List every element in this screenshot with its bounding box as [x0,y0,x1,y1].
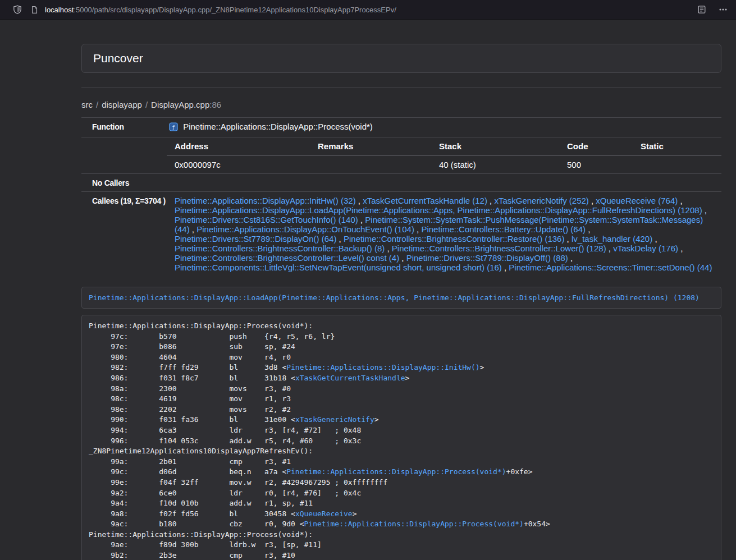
code-symbol-link[interactable]: xTaskGetCurrentTaskHandle [295,374,405,382]
callee-separator: , [606,244,614,253]
callee-link[interactable]: Pinetime::Controllers::BrightnessControl… [175,244,385,253]
code-symbol-link[interactable]: Pinetime::Applications::DisplayApp::Proc… [304,520,524,528]
callee-separator: , [589,196,596,205]
callee-link[interactable]: Pinetime::Components::LittleVgl::SetNewT… [175,263,502,272]
col-header-stack: Stack [431,137,559,155]
ellipsis-menu-icon[interactable] [718,4,728,15]
table-row: 0x0000097c 40 (static) 500 [167,155,721,173]
callee-link[interactable]: xTaskGetCurrentTaskHandle (12) [363,196,487,205]
callee-link[interactable]: xQueueReceive (764) [596,196,678,205]
callee-link[interactable]: lv_task_handler (420) [572,234,652,244]
callee-separator: , [702,205,707,215]
callee-separator: , [652,234,657,244]
remarks-value [310,155,431,173]
callee-link[interactable]: Pinetime::Applications::DisplayApp::Init… [175,196,356,205]
col-header-static: Static [633,137,721,155]
assembly-code: Pinetime::Applications::DisplayApp::Proc… [81,315,721,560]
page-title: Puncover [93,52,710,65]
reader-view-icon[interactable] [697,4,707,15]
code-size-value: 500 [559,155,633,173]
no-callers-label: No Callers [81,174,167,192]
toolbar-actions [697,4,728,15]
callees-cell: Pinetime::Applications::DisplayApp::Init… [167,192,721,277]
callee-separator: , [487,196,495,205]
browser-chrome: localhost:5000/path/src/displayapp/Displ… [0,0,736,20]
code-symbol-link[interactable]: Pinetime::Applications::DisplayApp::Proc… [286,467,506,476]
stack-value: 40 (static) [431,155,559,173]
callee-link[interactable]: xTaskGenericNotify (252) [494,196,588,205]
stats-row: Address Remarks Stack Code Static 0x0000… [81,137,721,174]
code-symbol-link[interactable]: xTaskGenericNotify [295,415,374,424]
url-bar[interactable]: localhost:5000/path/src/displayapp/Displ… [45,0,689,20]
callee-separator: , [414,224,422,234]
function-row: Function ƒ Pinetime::Applications::Displ… [81,118,721,137]
col-header-address: Address [167,137,310,155]
shield-icon[interactable] [12,4,22,15]
callee-separator: , [564,234,572,244]
app-header-panel: Puncover [81,44,721,73]
symbol-stats-table: Address Remarks Stack Code Static 0x0000… [167,137,721,173]
callee-link[interactable]: Pinetime::Controllers::BrightnessControl… [175,253,399,263]
callee-separator: , [678,196,682,205]
breadcrumb-line-number: :86 [209,100,221,109]
callee-link[interactable]: Pinetime::Controllers::Battery::Update()… [421,224,586,234]
callee-link[interactable]: Pinetime::Applications::DisplayApp::Load… [175,205,702,215]
callees-row: Callees (19, Σ=3704 ) Pinetime::Applicat… [81,192,721,277]
svg-text:ƒ: ƒ [172,125,175,130]
callee-link[interactable]: Pinetime::Applications::Screens::Timer::… [509,263,712,272]
callee-link[interactable]: vTaskDelay (176) [613,244,678,253]
symbol-table: Function ƒ Pinetime::Applications::Displ… [81,117,721,276]
static-value [633,155,721,173]
callee-link[interactable]: Pinetime::Applications::DisplayApp::OnTo… [196,224,414,234]
callee-separator: , [399,253,406,263]
col-header-code: Code [559,137,633,155]
function-name: Pinetime::Applications::DisplayApp::Proc… [183,122,373,131]
function-row-label: Function [81,118,167,137]
address-value: 0x0000097c [167,155,310,173]
callee-separator: , [336,234,344,244]
breadcrumb: src/displayapp/DisplayApp.cpp:86 [81,99,721,110]
code-symbol-link[interactable]: xQueueReceive [295,509,353,518]
callee-separator: , [385,244,392,253]
breadcrumb-separator: / [96,100,98,109]
breadcrumb-separator: / [145,100,148,109]
callee-link[interactable]: Pinetime::Drivers::St7789::DisplayOn() (… [175,234,336,244]
callee-separator: , [356,196,363,205]
callees-label: Callees (19, Σ=3704 ) [81,192,167,277]
callee-separator: , [568,253,573,263]
callee-link[interactable]: Pinetime::Drivers::St7789::DisplayOff() … [406,253,568,263]
divider [81,88,721,88]
url-host: localhost [45,6,74,14]
callee-separator: , [502,263,509,272]
page-icon[interactable] [29,4,39,15]
code-symbol-link[interactable]: Pinetime::Applications::DisplayApp::Init… [286,363,479,371]
main-content: Puncover src/displayapp/DisplayApp.cpp:8… [81,44,721,560]
highlighted-callee-link[interactable]: Pinetime::Applications::DisplayApp::Load… [89,293,700,302]
highlighted-callee-panel: Pinetime::Applications::DisplayApp::Load… [81,287,721,309]
url-path: :5000/path/src/displayapp/DisplayApp.cpp… [74,6,396,14]
breadcrumb-link-file[interactable]: DisplayApp.cpp [151,100,209,109]
function-icon: ƒ [169,122,178,133]
col-header-remarks: Remarks [310,137,431,155]
breadcrumb-link-displayapp[interactable]: displayapp [102,100,142,109]
callee-separator: , [678,244,683,253]
no-callers-row: No Callers [81,174,721,192]
callee-link[interactable]: Pinetime::Controllers::BrightnessControl… [344,234,564,244]
callee-separator: , [358,215,365,224]
breadcrumb-link-src[interactable]: src [81,100,93,109]
callee-link[interactable]: Pinetime::Drivers::Cst816S::GetTouchInfo… [175,215,358,224]
callee-link[interactable]: Pinetime::Controllers::BrightnessControl… [392,244,606,253]
callee-separator: , [190,224,197,234]
callee-separator: , [586,224,590,234]
